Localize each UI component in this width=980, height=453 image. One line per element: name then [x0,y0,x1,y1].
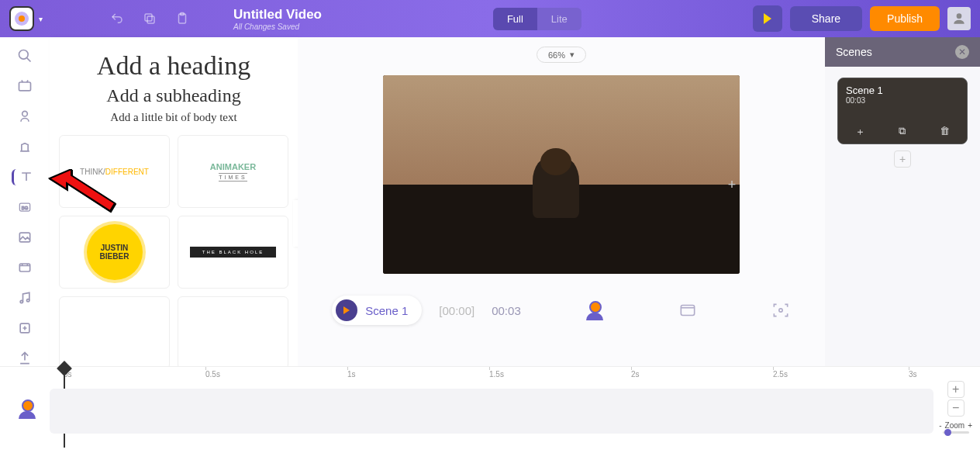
preview-play-button[interactable] [753,5,782,32]
scene-add-icon[interactable]: ＋ [855,125,865,139]
user-avatar[interactable] [947,7,971,30]
text-template-4[interactable]: THE BLACK HOLE [178,216,288,289]
zoom-in-button[interactable]: + [947,381,964,398]
tpl2-line-b: TIMES [219,173,247,182]
tpl4-text: THE BLACK HOLE [190,247,276,258]
clipboard-icon[interactable] [170,6,195,31]
background-icon[interactable]: BG [12,199,38,216]
character-control-icon[interactable] [586,301,605,320]
tick: 3s [909,370,917,379]
chevron-down-icon: ▾ [570,50,575,60]
svg-point-4 [957,13,962,19]
text-template-6[interactable] [178,296,288,369]
svg-rect-15 [681,306,694,316]
svg-point-5 [19,50,29,60]
tick: 1.5s [489,370,504,379]
scene-controls: Scene 1 [00:00] 00:03 [332,296,790,325]
canvas-area: 66%▾ + Scene 1 [00:00] 00:03 [298,37,825,366]
play-icon [343,306,350,314]
search-icon[interactable] [12,48,38,64]
add-scene-inline-button[interactable]: + [724,177,740,192]
scene-play-button[interactable] [336,299,357,321]
save-status: All Changes Saved [233,22,322,31]
text-icon[interactable] [12,169,38,185]
music-icon[interactable] [12,289,38,306]
zoom-plus[interactable]: + [968,421,972,430]
scenes-panel: Scenes ✕ Scene 1 00:03 ＋ ⧉ 🗑 + [825,37,980,366]
scene-duplicate-icon[interactable]: ⧉ [899,125,906,139]
zoom-minus[interactable]: - [939,421,941,430]
tpl2-line-a: ANIMAKER [210,162,256,171]
tick: 2s [631,370,640,379]
mode-toggle: Full Lite [493,8,581,30]
scene-settings-icon[interactable] [678,300,698,320]
play-icon [764,13,771,24]
left-rail: BG [0,37,50,366]
time-total: 00:03 [492,304,521,317]
logo-dropdown-icon[interactable]: ▾ [39,15,43,23]
canvas-preview[interactable] [383,75,740,274]
svg-text:BG: BG [22,205,29,209]
close-scenes-button[interactable]: ✕ [955,45,969,59]
svg-point-12 [20,300,22,303]
text-template-5[interactable] [59,296,170,369]
zoom-out-button[interactable]: − [947,399,964,417]
copy-icon[interactable] [137,6,162,31]
scene-card-duration: 00:03 [846,96,959,105]
svg-rect-0 [147,16,154,23]
timeline-zoom-controls: + − -Zoom+ [939,381,972,434]
effects-icon[interactable] [12,320,38,336]
svg-rect-6 [19,82,31,91]
tick: 0.5s [205,370,220,379]
add-heading-option[interactable]: Add a heading [59,51,288,81]
timeline-ruler[interactable]: 0s 0.5s 1s 1.5s 2s 2.5s 3s [0,367,980,384]
scene-card-name: Scene 1 [846,85,959,96]
timeline: 0s 0.5s 1s 1.5s 2s 2.5s 3s + − -Zoom+ [0,366,980,453]
svg-point-13 [27,299,29,301]
svg-rect-10 [19,233,29,242]
scenes-header: Scenes ✕ [825,37,980,67]
svg-point-16 [779,309,782,312]
scene-card-1[interactable]: Scene 1 00:03 ＋ ⧉ 🗑 [837,78,968,144]
tick: 1s [347,370,356,379]
scenes-title: Scenes [836,46,872,58]
text-template-2[interactable]: ANIMAKERTIMES [178,135,288,208]
zoom-slider[interactable] [943,431,969,434]
main-area: BG Add a heading Add a subheading Add a … [0,37,980,366]
tutorial-arrow [48,169,118,226]
svg-marker-17 [50,169,115,211]
tpl3-text: JUSTIN BIEBER [87,224,143,280]
zoom-dropdown[interactable]: 66%▾ [537,47,586,63]
video-icon[interactable] [12,259,38,275]
text-template-3[interactable]: JUSTIN BIEBER [59,216,170,289]
timeline-track[interactable] [50,389,933,434]
zoom-value: 66% [548,50,565,60]
upload-icon[interactable] [12,350,38,366]
camera-frame-icon[interactable] [771,300,791,320]
add-scene-button[interactable]: + [894,150,911,168]
publish-button[interactable]: Publish [870,6,940,31]
props-icon[interactable] [12,139,38,155]
svg-point-7 [22,112,28,117]
add-body-option[interactable]: Add a little bit of body text [59,111,288,124]
time-current: [00:00] [439,304,474,317]
track-character-icon[interactable] [19,399,37,418]
media-icon[interactable] [12,78,38,95]
undo-icon[interactable] [105,6,129,31]
svg-rect-11 [19,264,29,271]
app-logo[interactable] [9,6,34,31]
scene-pill: Scene 1 [332,296,422,325]
mode-full-button[interactable]: Full [493,8,537,30]
svg-rect-1 [145,14,152,21]
tick: 2.5s [773,370,788,379]
project-title-block[interactable]: Untitled Video All Changes Saved [233,7,322,31]
scene-delete-icon[interactable]: 🗑 [940,125,950,139]
character-icon[interactable] [12,109,38,125]
top-bar: ▾ Untitled Video All Changes Saved Full … [0,0,980,37]
project-title[interactable]: Untitled Video [233,7,322,22]
scene-name: Scene 1 [365,304,408,317]
share-button[interactable]: Share [790,6,862,31]
image-icon[interactable] [12,229,38,245]
mode-lite-button[interactable]: Lite [537,8,581,30]
add-subheading-option[interactable]: Add a subheading [59,85,288,106]
